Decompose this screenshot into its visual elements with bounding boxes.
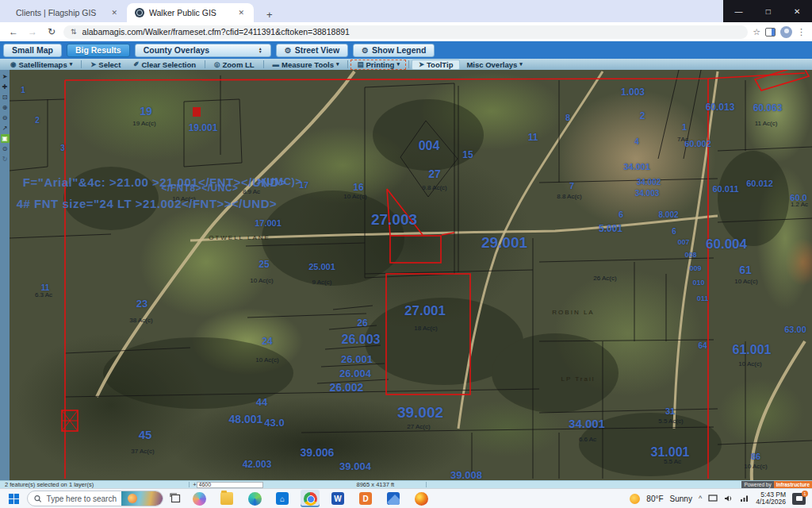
tab-title: Walker Public GIS [149,8,232,17]
sidebar-tool-icon[interactable]: ✚ [1,83,10,91]
misc-overlays-label: Misc Overlays [466,60,517,69]
sidebar-tool-icon[interactable]: ▣ [1,134,10,143]
street-view-button[interactable]: ⚙ Street View [276,44,348,57]
copilot-icon[interactable] [190,490,209,507]
measure-tools-label: Measure Tools [282,60,334,69]
powered-by-label: Powered by [741,481,773,488]
toolbar-divider [263,60,264,68]
firefox-icon[interactable] [412,490,431,507]
powered-by-badge: Powered by Infrastructure [741,481,812,488]
tab-walker-gis[interactable]: Walker Public GIS ✕ [127,3,254,22]
speaker-icon[interactable] [724,495,733,502]
street-view-label: Street View [295,45,339,55]
close-button[interactable]: ✕ [789,7,805,16]
tab-title: Clients | Flagship GIS [16,8,105,17]
map-tool-sidebar: ➤✚⊡⊕⊖↗▣⊙↻ [0,70,10,480]
address-bar[interactable]: ⇅ alabamagis.com/Walker/frameset.cfm?cfi… [63,25,748,39]
url-text[interactable]: alabamagis.com/Walker/frameset.cfm?cfid=… [82,27,350,37]
microsoft-store-icon[interactable]: ⌂ [273,490,292,507]
tab-close-icon[interactable]: ✕ [109,9,119,17]
sidebar-tool-icon[interactable]: ↻ [1,155,10,164]
zoom-ll-tool[interactable]: ◎ Zoom LL [208,60,261,70]
weather-temp[interactable]: 80°F [646,495,663,503]
reload-button[interactable]: ↻ [44,26,59,37]
sidebar-tool-icon[interactable]: ↗ [1,124,10,133]
back-button[interactable]: ← [6,26,21,37]
toolbar-divider [81,60,82,68]
printing-menu[interactable]: ▤ Printing ▾ [350,60,405,70]
windows-taskbar: Type here to search ⌂ W D 80°F Sunny ^ 5… [0,488,812,508]
red-marker [193,107,201,117]
tray-chevron-icon[interactable]: ^ [699,495,702,502]
map-statusbar: 2 feature(s) selected on 1 layer(s) + 89… [0,480,812,488]
sidebar-tool-icon[interactable]: ⊕ [1,103,10,112]
target-icon: ◎ [214,60,220,68]
gis-toolbar-secondary: ◉ Satellitemaps ▾ ➤ Select ✐ Clear Selec… [0,59,812,70]
measure-tools-menu[interactable]: ▬ Measure Tools ▾ [266,60,346,70]
gear-icon: ⚙ [362,46,369,55]
maximize-button[interactable]: □ [761,7,776,16]
edge-icon[interactable] [245,490,264,507]
network-icon[interactable] [740,495,749,502]
taskbar-search[interactable]: Type here to search [27,491,163,506]
toolbar-divider [347,60,348,68]
browser-titlebar: Clients | Flagship GIS ✕ Walker Public G… [0,0,812,22]
gis-toolbar-primary: Small Map Big Results County Overlays ▲▼… [0,41,812,59]
big-results-button[interactable]: Big Results [67,44,130,57]
misc-overlays-menu[interactable]: Misc Overlays ▾ [460,60,528,70]
weather-desc[interactable]: Sunny [670,495,692,503]
search-icon [34,495,42,503]
file-explorer-icon[interactable] [217,490,236,507]
small-map-button[interactable]: Small Map [3,44,62,57]
show-legend-button[interactable]: ⚙ Show Legend [353,44,435,57]
draw-app-icon[interactable]: D [356,490,375,507]
notification-bubble-icon [796,496,802,501]
small-map-label: Small Map [12,45,53,55]
side-panel-icon[interactable] [765,28,776,37]
sidebar-tool-icon[interactable]: ⊙ [1,144,10,153]
satellitemaps-menu[interactable]: ◉ Satellitemaps ▾ [4,60,79,70]
eraser-icon: ✐ [133,60,139,68]
tab-close-icon[interactable]: ✕ [236,9,246,17]
task-view-icon[interactable] [170,493,182,504]
printer-icon: ▤ [357,60,363,68]
sidebar-tool-icon[interactable]: ➤ [1,72,10,81]
select-label: Select [98,60,121,69]
sidebar-tool-icon[interactable]: ⊡ [1,93,10,102]
scale-input[interactable] [197,482,263,488]
county-overlays-select[interactable]: County Overlays ▲▼ [135,44,271,57]
system-tray: 80°F Sunny ^ 5:43 PM 4/14/2026 1 [630,491,812,506]
site-settings-icon[interactable]: ⇅ [71,28,77,36]
tab-clients-flagship[interactable]: Clients | Flagship GIS ✕ [8,3,127,22]
map-viewport[interactable]: ➤✚⊡⊕⊖↗▣⊙↻ [0,70,812,480]
display-icon[interactable] [708,495,718,502]
new-tab-button[interactable]: + [262,7,278,22]
chrome-icon[interactable] [301,490,320,507]
select-tool[interactable]: ➤ Select [84,60,127,70]
browser-menu-icon[interactable]: ⋮ [797,27,806,37]
profile-avatar[interactable] [780,26,792,38]
globe-icon: ◉ [10,60,16,68]
big-results-label: Big Results [75,45,121,55]
start-button[interactable] [0,494,27,504]
bookmark-star-icon[interactable]: ☆ [753,27,760,37]
sidebar-tool-icon[interactable]: ⊖ [1,114,10,122]
desktop: Clients | Flagship GIS ✕ Walker Public G… [0,0,812,508]
search-daily-image[interactable] [121,491,163,506]
clear-selection-tool[interactable]: ✐ Clear Selection [127,60,202,70]
mail-icon[interactable] [384,490,403,507]
window-controls: — □ ✕ [723,0,812,22]
word-icon[interactable]: W [328,490,347,507]
ruler-icon: ▬ [273,60,280,68]
notification-center-icon[interactable]: 1 [792,493,806,505]
windows-logo-icon [9,494,19,504]
chevron-down-icon: ▾ [519,61,523,67]
tooltip-toggle[interactable]: ➤ ToolTip [412,60,461,70]
chevron-down-icon: ▾ [336,61,339,67]
minimize-button[interactable]: — [730,7,748,16]
satellitemaps-label: Satellitemaps [18,60,67,69]
select-arrows-icon: ▲▼ [259,47,262,53]
taskbar-clock[interactable]: 5:43 PM 4/14/2026 [756,491,786,506]
globe-favicon [135,8,144,17]
weather-sun-icon[interactable] [630,494,640,504]
